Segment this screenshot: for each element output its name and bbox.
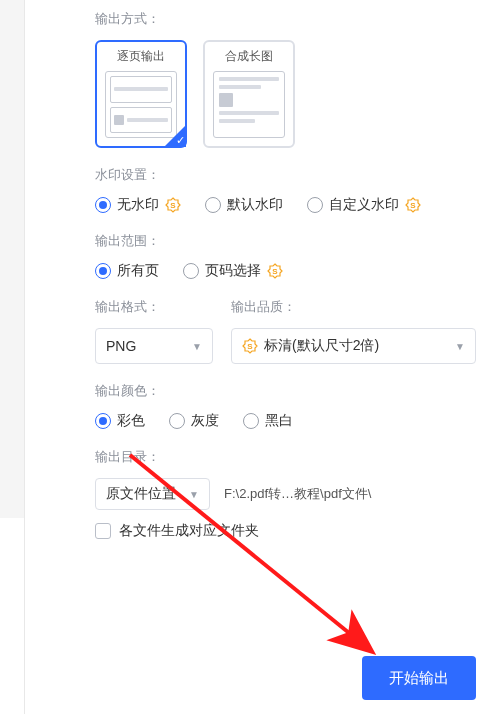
radio-label: 彩色 xyxy=(117,412,145,430)
svg-text:S: S xyxy=(170,201,176,210)
select-value: 原文件位置 xyxy=(106,485,176,503)
radio-color-color[interactable]: 彩色 xyxy=(95,412,145,430)
radio-label: 页码选择 xyxy=(205,262,261,280)
dir-label: 输出目录： xyxy=(95,448,476,466)
radio-color-bw[interactable]: 黑白 xyxy=(243,412,293,430)
radio-color-gray[interactable]: 灰度 xyxy=(169,412,219,430)
output-mode-long-image[interactable]: 合成长图 xyxy=(203,40,295,148)
coin-icon: S xyxy=(165,197,181,213)
coin-icon: S xyxy=(267,263,283,279)
select-value: 标清(默认尺寸2倍) xyxy=(264,337,379,355)
radio-watermark-custom[interactable]: 自定义水印 S xyxy=(307,196,421,214)
radio-label: 灰度 xyxy=(191,412,219,430)
dir-path: F:\2.pdf转…教程\pdf文件\ xyxy=(224,485,371,503)
select-value: PNG xyxy=(106,338,136,354)
format-label: 输出格式： xyxy=(95,298,213,316)
radio-label: 默认水印 xyxy=(227,196,283,214)
range-label: 输出范围： xyxy=(95,232,476,250)
start-output-button[interactable]: 开始输出 xyxy=(362,656,476,700)
radio-watermark-none[interactable]: 无水印 S xyxy=(95,196,181,214)
chevron-down-icon: ▼ xyxy=(192,341,202,352)
radio-range-select[interactable]: 页码选择 S xyxy=(183,262,283,280)
svg-text:S: S xyxy=(272,267,278,276)
dir-select[interactable]: 原文件位置 ▼ xyxy=(95,478,210,510)
coin-icon: S xyxy=(242,338,258,354)
chevron-down-icon: ▼ xyxy=(455,341,465,352)
radio-watermark-default[interactable]: 默认水印 xyxy=(205,196,283,214)
card-title: 逐页输出 xyxy=(117,48,165,65)
per-file-folder-checkbox[interactable]: 各文件生成对应文件夹 xyxy=(95,522,259,540)
checkbox-label: 各文件生成对应文件夹 xyxy=(119,522,259,540)
watermark-label: 水印设置： xyxy=(95,166,476,184)
radio-range-all[interactable]: 所有页 xyxy=(95,262,159,280)
long-thumb-icon xyxy=(213,71,285,138)
output-mode-page-by-page[interactable]: 逐页输出 xyxy=(95,40,187,148)
radio-label: 黑白 xyxy=(265,412,293,430)
coin-icon: S xyxy=(405,197,421,213)
left-sidebar-strip xyxy=(0,0,25,714)
svg-text:S: S xyxy=(247,342,253,351)
selected-check-icon xyxy=(164,125,186,147)
quality-select[interactable]: S 标清(默认尺寸2倍) ▼ xyxy=(231,328,476,364)
radio-label: 自定义水印 xyxy=(329,196,399,214)
button-label: 开始输出 xyxy=(389,669,449,688)
card-title: 合成长图 xyxy=(225,48,273,65)
svg-text:S: S xyxy=(410,201,416,210)
radio-label: 无水印 xyxy=(117,196,159,214)
color-label: 输出颜色： xyxy=(95,382,476,400)
radio-label: 所有页 xyxy=(117,262,159,280)
chevron-down-icon: ▼ xyxy=(189,489,199,500)
output-mode-label: 输出方式： xyxy=(95,10,476,28)
quality-label: 输出品质： xyxy=(231,298,476,316)
format-select[interactable]: PNG ▼ xyxy=(95,328,213,364)
